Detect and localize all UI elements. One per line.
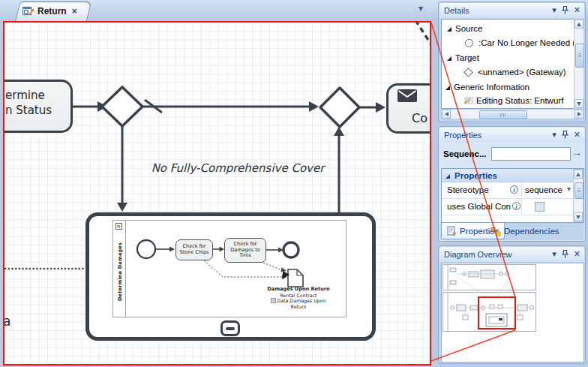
- gateway-2[interactable]: [320, 88, 359, 127]
- scroll-up-button[interactable]: [574, 20, 584, 29]
- tree-item-target[interactable]: <unnamed> (Gateway): [465, 68, 566, 79]
- scroll-down-button[interactable]: [574, 99, 584, 108]
- details-hscrollbar[interactable]: [441, 109, 584, 119]
- overview-pin-icon[interactable]: [562, 250, 568, 258]
- event-icon: [465, 39, 473, 47]
- details-panel: Details ▾ ✕ Source :Car No Longer Needed…: [438, 2, 586, 122]
- expander-icon[interactable]: [446, 86, 450, 90]
- tree-item-editing-status[interactable]: Editing Status: Entwurf: [464, 96, 563, 107]
- task-determine-label: ermine n Status: [5, 88, 52, 118]
- gateway-1[interactable]: [102, 87, 142, 126]
- diagram-pencil-icon: [22, 6, 34, 17]
- subprocess-collapse-button[interactable]: [220, 320, 240, 336]
- scroll-right-button[interactable]: [574, 110, 584, 119]
- expander-icon[interactable]: [447, 27, 452, 32]
- default-flow-marker: [145, 100, 162, 113]
- data-object-label: Damages Upon Return Rental Contract Data…: [260, 287, 338, 309]
- properties-panel: Properties ▾ ✕ Sequenc... → Properties S…: [438, 126, 586, 242]
- chevron-down-icon: ▾: [567, 185, 571, 193]
- info-icon[interactable]: i: [510, 185, 518, 194]
- lane-label: Determine Damages: [117, 238, 123, 305]
- tab-overflow-dropdown[interactable]: ▾: [418, 3, 423, 14]
- properties-close-icon[interactable]: ✕: [574, 130, 580, 140]
- data-type-icon: [271, 298, 276, 303]
- grid-section-header[interactable]: Properties: [442, 169, 573, 182]
- dependencies-tab-icon: [490, 227, 501, 236]
- overview-close-icon[interactable]: ✕: [574, 249, 580, 259]
- flow-annotation: No Fully-Comprehensive Cover: [128, 161, 347, 175]
- gateway-icon: [464, 68, 473, 77]
- sequence-name-label: Sequenc...: [443, 149, 487, 158]
- details-vscrollbar[interactable]: [574, 19, 584, 109]
- grid-row-global-label: uses Global Con i: [442, 199, 522, 215]
- tab-label: Return: [38, 6, 67, 17]
- grid-vscrollbar[interactable]: [573, 169, 584, 222]
- tab-dependencies[interactable]: Dependencies: [485, 223, 565, 239]
- uses-global-checkbox[interactable]: [535, 202, 544, 212]
- stereotype-dropdown[interactable]: sequence ▾: [522, 182, 573, 199]
- task-check-stone-chips[interactable]: Check forStone Chips: [176, 239, 213, 260]
- tab-close-button[interactable]: ×: [72, 6, 77, 17]
- lane-marker: R: [116, 223, 122, 230]
- task-confirm-message[interactable]: Co: [386, 83, 431, 134]
- lane-determine-damages: R Determine Damages: [113, 221, 126, 317]
- sequence-name-input[interactable]: [491, 147, 571, 161]
- info-icon[interactable]: i: [512, 202, 520, 210]
- scroll-thumb[interactable]: [479, 110, 527, 119]
- properties-menu-icon[interactable]: ▾: [552, 130, 556, 140]
- properties-grid: Properties Stereotype i sequence ▾ uses …: [441, 168, 584, 223]
- apply-arrow-button[interactable]: →: [572, 146, 582, 158]
- overview-viewport-rect[interactable]: [478, 296, 516, 329]
- tree-group-generic[interactable]: Generic Information: [446, 83, 530, 94]
- diagram-canvas[interactable]: ermine n Status Co No Fully-Comprehensiv…: [3, 21, 431, 365]
- details-close-icon[interactable]: ✕: [574, 5, 580, 15]
- application-window: { "tab": { "label": "Return", "close_gly…: [0, 0, 588, 367]
- scroll-left-button[interactable]: [442, 110, 451, 119]
- properties-pin-icon[interactable]: [562, 131, 568, 139]
- tree-group-source[interactable]: Source: [447, 24, 482, 35]
- tab-return[interactable]: Return ×: [15, 2, 87, 21]
- scroll-down-button[interactable]: [574, 212, 583, 221]
- overview-menu-icon[interactable]: ▾: [552, 249, 556, 259]
- task-check-damages-tires[interactable]: Check forDamages toTires: [224, 238, 266, 263]
- details-pin-icon[interactable]: [562, 6, 568, 14]
- scroll-up-button[interactable]: [574, 170, 583, 179]
- properties-tab-icon: [447, 226, 457, 236]
- expander-icon[interactable]: [447, 56, 452, 61]
- details-menu-icon[interactable]: ▾: [552, 5, 556, 15]
- panel-tab-strip: Properties Dependencies: [440, 223, 584, 240]
- editing-status-icon: [464, 97, 473, 104]
- envelope-icon: [398, 89, 417, 102]
- tree-item-source[interactable]: :Car No Longer Needed (E: [465, 38, 581, 50]
- grid-row-stereotype-label: Stereotype i: [442, 182, 522, 199]
- scroll-thumb[interactable]: [575, 44, 584, 68]
- details-tree: Source :Car No Longer Needed (E Target <…: [441, 19, 584, 109]
- tree-group-target[interactable]: Target: [447, 53, 479, 65]
- grid-row-global-value: [522, 199, 573, 215]
- scroll-thumb[interactable]: [574, 182, 584, 199]
- cutoff-label: a: [3, 314, 10, 329]
- task-confirm-label: Co: [412, 111, 428, 125]
- overview-thumbnail: [442, 264, 537, 332]
- dashed-association-offcanvas: [416, 23, 430, 46]
